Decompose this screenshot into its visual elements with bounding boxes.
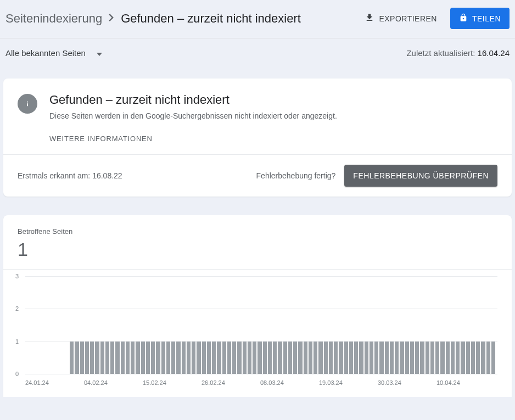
bar (379, 341, 383, 374)
bar (314, 341, 317, 374)
bar (95, 341, 99, 374)
y-tick-label: 1 (15, 338, 19, 345)
lock-icon (459, 13, 468, 24)
bar (471, 341, 475, 374)
bar (486, 341, 490, 374)
validate-fix-button[interactable]: FEHLERBEHEBUNG ÜBERPRÜFEN (344, 165, 497, 187)
bar (334, 341, 338, 374)
x-tick-label: 10.04.24 (436, 379, 495, 386)
bar (309, 341, 312, 374)
bar (451, 341, 455, 374)
chart-bars (49, 276, 495, 374)
bar (430, 341, 434, 374)
bar (131, 341, 135, 374)
bar (207, 341, 211, 374)
bar (166, 341, 170, 374)
info-title: Gefunden – zurzeit nicht indexiert (49, 93, 497, 107)
bar (400, 341, 404, 374)
bar (110, 341, 114, 374)
bar (141, 341, 145, 374)
bar (248, 341, 251, 374)
bar (446, 341, 450, 374)
chart-plot: 0123 (25, 276, 497, 374)
x-tick-label: 24.01.24 (25, 379, 84, 386)
last-updated-date: 16.04.24 (478, 48, 510, 58)
bar (283, 341, 287, 374)
bar (466, 341, 470, 374)
x-tick-label: 26.02.24 (201, 379, 260, 386)
bar (339, 341, 343, 374)
breadcrumb-parent[interactable]: Seitenindexierung (5, 12, 102, 26)
bar (192, 341, 195, 374)
bar (202, 341, 206, 374)
bar (370, 341, 373, 374)
filter-dropdown[interactable]: Alle bekannten Seiten (5, 48, 102, 58)
bar (359, 341, 363, 374)
fix-done-question: Fehlerbehebung fertig? (256, 171, 336, 180)
bar (374, 341, 378, 374)
bar (263, 341, 267, 374)
bar (405, 341, 409, 374)
bar (395, 341, 399, 374)
bar (344, 341, 348, 374)
bar (440, 341, 444, 374)
bar (75, 341, 79, 374)
bar (151, 341, 155, 374)
chart-header: Betroffene Seiten 1 (3, 215, 512, 270)
bar (85, 341, 89, 374)
bar (273, 341, 277, 374)
bar (156, 341, 160, 374)
bar (176, 341, 180, 374)
bar (385, 341, 389, 374)
bar (105, 341, 109, 374)
bar (415, 341, 419, 374)
x-tick-label: 30.03.24 (378, 379, 436, 386)
bar (90, 341, 94, 374)
info-card: Gefunden – zurzeit nicht indexiert Diese… (3, 79, 512, 197)
bar (182, 341, 186, 374)
info-icon (18, 94, 37, 114)
filter-label: Alle bekannten Seiten (5, 48, 86, 58)
bar (212, 341, 216, 374)
export-button[interactable]: EXPORTIEREN (360, 9, 441, 27)
bar (318, 341, 322, 374)
bar (243, 341, 247, 374)
gridline (25, 374, 497, 374)
x-tick-label: 15.02.24 (143, 379, 201, 386)
first-detected: Erstmals erkannt am: 16.08.22 (18, 171, 122, 180)
bar (349, 341, 353, 374)
last-updated-prefix: Zuletzt aktualisiert: (406, 48, 477, 58)
share-button[interactable]: TEILEN (450, 8, 510, 29)
x-tick-label: 08.03.24 (260, 379, 319, 386)
learn-more-button[interactable]: WEITERE INFORMATIONEN (49, 135, 153, 143)
breadcrumb: Seitenindexierung Gefunden – zurzeit nic… (5, 12, 301, 26)
page-header: Seitenindexierung Gefunden – zurzeit nic… (0, 0, 515, 38)
bar (70, 341, 74, 374)
bar (227, 341, 231, 374)
dropdown-triangle-icon (97, 48, 102, 58)
bar (80, 341, 84, 374)
info-card-footer: Erstmals erkannt am: 16.08.22 Fehlerbehe… (3, 154, 512, 197)
bar (293, 341, 297, 374)
bar (146, 341, 150, 374)
y-tick-label: 2 (15, 305, 19, 312)
chevron-right-icon (109, 13, 114, 24)
download-icon (365, 13, 374, 24)
bar (288, 341, 292, 374)
info-footer-right: Fehlerbehebung fertig? FEHLERBEHEBUNG ÜB… (256, 165, 497, 187)
bar (481, 341, 485, 374)
y-tick-label: 3 (15, 273, 19, 279)
bar (161, 341, 165, 374)
bar (461, 341, 464, 374)
bar (253, 341, 256, 374)
x-tick-label: 19.03.24 (319, 379, 378, 386)
bar (410, 341, 414, 374)
info-body: Gefunden – zurzeit nicht indexiert Diese… (49, 93, 497, 143)
x-tick-label: 04.02.24 (84, 379, 143, 386)
bar (324, 341, 328, 374)
bar (126, 341, 130, 374)
bar (456, 341, 460, 374)
bar (197, 341, 200, 374)
bar (278, 341, 282, 374)
bar (329, 341, 333, 374)
